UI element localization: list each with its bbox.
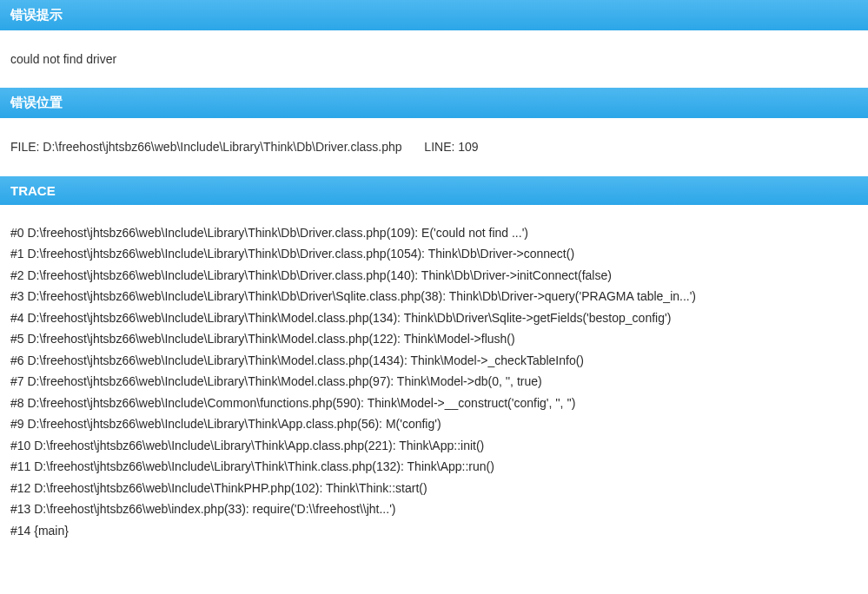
- trace-line: #9 D:\freehost\jhtsbz66\web\Include\Libr…: [10, 413, 859, 435]
- trace-line: #8 D:\freehost\jhtsbz66\web\Include\Comm…: [10, 393, 859, 414]
- trace-line: #2 D:\freehost\jhtsbz66\web\Include\Libr…: [10, 265, 859, 287]
- error-location-content: FILE: D:\freehost\jhtsbz66\web\Include\L…: [0, 118, 868, 175]
- trace-line: #6 D:\freehost\jhtsbz66\web\Include\Libr…: [10, 350, 859, 372]
- trace-header: TRACE: [0, 176, 868, 205]
- trace-line: #13 D:\freehost\jhtsbz66\web\index.php(3…: [10, 498, 859, 520]
- trace-line: #12 D:\freehost\jhtsbz66\web\Include\Thi…: [10, 478, 859, 499]
- error-location-section: 错误位置 FILE: D:\freehost\jhtsbz66\web\Incl…: [0, 88, 868, 175]
- error-hint-message: could not find driver: [0, 30, 868, 88]
- trace-line: #0 D:\freehost\jhtsbz66\web\Include\Libr…: [10, 222, 859, 244]
- error-hint-header: 错误提示: [0, 0, 868, 30]
- trace-line: #1 D:\freehost\jhtsbz66\web\Include\Libr…: [10, 243, 859, 265]
- error-hint-section: 错误提示 could not find driver: [0, 0, 868, 88]
- line-label: LINE:: [424, 140, 454, 154]
- file-path: D:\freehost\jhtsbz66\web\Include\Library…: [43, 140, 401, 154]
- trace-line: #3 D:\freehost\jhtsbz66\web\Include\Libr…: [10, 286, 859, 307]
- trace-line: #5 D:\freehost\jhtsbz66\web\Include\Libr…: [10, 328, 859, 350]
- line-number: 109: [458, 140, 478, 154]
- trace-content: #0 D:\freehost\jhtsbz66\web\Include\Libr…: [0, 205, 868, 559]
- trace-line: #14 {main}: [10, 520, 859, 542]
- trace-section: TRACE #0 D:\freehost\jhtsbz66\web\Includ…: [0, 176, 868, 559]
- trace-line: #10 D:\freehost\jhtsbz66\web\Include\Lib…: [10, 435, 859, 457]
- trace-line: #4 D:\freehost\jhtsbz66\web\Include\Libr…: [10, 307, 859, 329]
- error-location-header: 错误位置: [0, 88, 868, 118]
- trace-line: #7 D:\freehost\jhtsbz66\web\Include\Libr…: [10, 371, 859, 393]
- trace-line: #11 D:\freehost\jhtsbz66\web\Include\Lib…: [10, 456, 859, 478]
- file-label: FILE:: [10, 140, 39, 154]
